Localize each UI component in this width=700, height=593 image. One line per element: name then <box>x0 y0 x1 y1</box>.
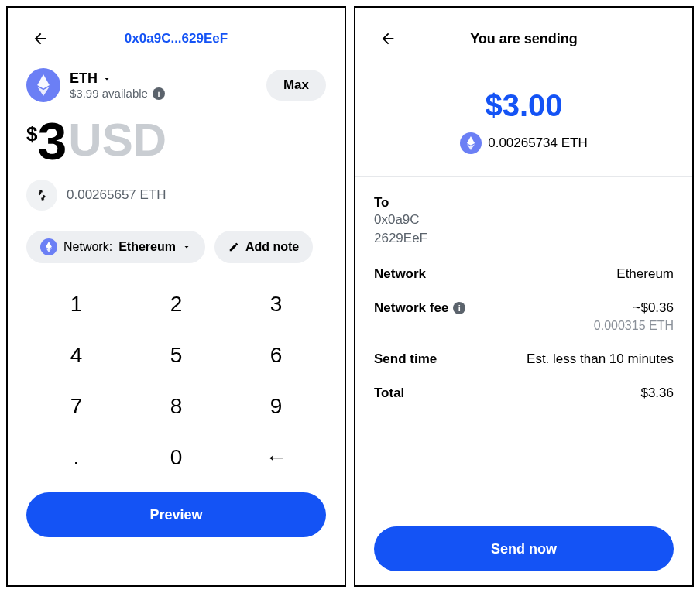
send-entry-screen: 0x0a9C...629EeF ETH $3.99 available i Ma… <box>6 6 346 587</box>
back-button[interactable] <box>374 25 402 53</box>
eth-icon <box>26 68 60 102</box>
info-icon[interactable]: i <box>453 302 465 314</box>
keypad-5[interactable]: 5 <box>126 330 226 381</box>
detail-row-network: Network Ethereum <box>374 266 674 282</box>
network-chip[interactable]: Network: Ethereum <box>26 231 205 263</box>
chevron-down-icon <box>182 242 191 252</box>
send-amount-usd: $3.00 <box>374 88 674 123</box>
to-address-line2: 2629EeF <box>374 229 674 248</box>
send-amount-eth-row: 0.00265734 ETH <box>460 132 588 154</box>
fee-label: Network fee i <box>374 300 465 316</box>
send-time-label: Send time <box>374 351 437 367</box>
amount-currency: USD <box>68 115 166 166</box>
network-prefix: Network: <box>63 240 112 254</box>
eth-icon <box>40 238 57 255</box>
send-amount-block: $3.00 0.00265734 ETH <box>374 88 674 154</box>
pencil-icon <box>228 242 239 252</box>
conversion-row: 0.00265657 ETH <box>26 180 326 211</box>
swap-icon <box>36 189 48 201</box>
max-button[interactable]: Max <box>266 70 326 101</box>
asset-available: $3.99 available i <box>70 87 257 100</box>
keypad-3[interactable]: 3 <box>226 279 326 330</box>
add-note-label: Add note <box>245 240 299 254</box>
asset-selector-row: ETH $3.99 available i Max <box>26 68 326 102</box>
to-label: To <box>374 195 674 211</box>
detail-row-fee: Network fee i ~$0.36 0.000315 ETH <box>374 300 674 333</box>
keypad-dot[interactable]: . <box>26 432 126 483</box>
network-value: Ethereum <box>616 266 674 282</box>
divider <box>355 176 692 177</box>
chevron-down-icon <box>102 74 112 84</box>
send-time-value: Est. less than 10 minutes <box>527 351 674 367</box>
converted-amount: 0.00265657 ETH <box>67 187 166 203</box>
keypad-9[interactable]: 9 <box>226 381 326 432</box>
keypad-7[interactable]: 7 <box>26 381 126 432</box>
keypad-4[interactable]: 4 <box>26 330 126 381</box>
eth-icon <box>460 132 482 154</box>
recipient-address-short: 0x0a9C...629EeF <box>26 31 326 46</box>
amount-value: 3 <box>37 115 67 167</box>
keypad-2[interactable]: 2 <box>126 279 226 330</box>
details: To 0x0a9C 2629EeF Network Ethereum Netwo… <box>374 195 674 420</box>
fee-value: ~$0.36 <box>594 300 674 316</box>
detail-row-total: Total $3.36 <box>374 386 674 401</box>
amount-currency-symbol: $ <box>26 122 37 146</box>
amount-display: $ 3 USD <box>26 115 326 167</box>
total-value: $3.36 <box>640 386 674 401</box>
add-note-chip[interactable]: Add note <box>214 231 313 263</box>
info-icon[interactable]: i <box>153 87 165 100</box>
header: 0x0a9C...629EeF <box>26 22 326 56</box>
back-button[interactable] <box>26 25 54 53</box>
network-value: Ethereum <box>118 240 176 254</box>
send-confirm-screen: You are sending $3.00 0.00265734 ETH To … <box>354 6 694 587</box>
asset-info: ETH $3.99 available i <box>70 70 257 100</box>
page-title: You are sending <box>374 31 674 47</box>
detail-row-to: To 0x0a9C 2629EeF <box>374 195 674 248</box>
keypad-backspace[interactable]: ← <box>226 432 326 483</box>
to-address-line1: 0x0a9C <box>374 211 674 229</box>
network-label: Network <box>374 266 426 282</box>
asset-symbol: ETH <box>70 70 98 87</box>
chips-row: Network: Ethereum Add note <box>26 231 326 263</box>
keypad-8[interactable]: 8 <box>126 381 226 432</box>
arrow-left-icon <box>32 30 49 47</box>
swap-currency-button[interactable] <box>26 180 57 211</box>
total-label: Total <box>374 386 404 401</box>
asset-symbol-dropdown[interactable]: ETH <box>70 70 257 87</box>
keypad-0[interactable]: 0 <box>126 432 226 483</box>
arrow-left-icon <box>379 30 396 47</box>
keypad-6[interactable]: 6 <box>226 330 326 381</box>
keypad-1[interactable]: 1 <box>26 279 126 330</box>
preview-button[interactable]: Preview <box>26 492 326 537</box>
send-now-button[interactable]: Send now <box>374 526 674 571</box>
keypad: 1 2 3 4 5 6 7 8 9 . 0 ← <box>26 279 326 483</box>
header: You are sending <box>374 22 674 56</box>
fee-sub: 0.000315 ETH <box>594 319 674 333</box>
send-amount-eth: 0.00265734 ETH <box>488 135 588 151</box>
detail-row-send-time: Send time Est. less than 10 minutes <box>374 351 674 367</box>
